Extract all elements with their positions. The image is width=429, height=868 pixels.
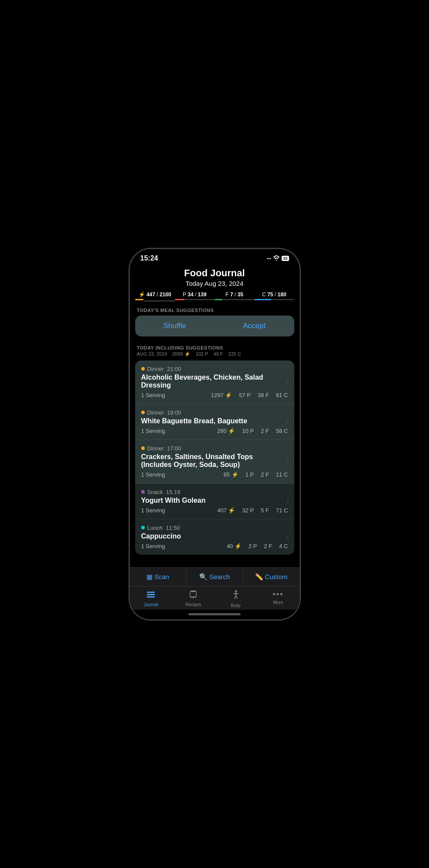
tab-body-label: Body [231, 603, 241, 608]
wifi-icon [273, 254, 280, 262]
table-row[interactable]: Dinner 19:00 White Baguette Bread, Bague… [135, 404, 294, 440]
status-icons: ▪▪ 22 [267, 254, 289, 262]
suggestions-section-label: TODAY'S MEAL SUGGESTIONS [130, 305, 300, 316]
summary-carbs: 225 C [228, 351, 241, 357]
meal-type-time: Snack 15:19 [147, 489, 180, 495]
tab-recipes[interactable]: Recipes [172, 590, 214, 608]
meal-macros: 1 Serving 65 ⚡ 1 P 2 F 11 C [141, 471, 288, 478]
scan-button[interactable]: ▦ Scan [130, 568, 187, 586]
custom-button[interactable]: ✏️ Custom [243, 568, 300, 586]
calories-stat: ⚡ 447 / 2100 [135, 292, 175, 302]
search-label: Search [209, 573, 230, 580]
meal-dot [141, 526, 145, 529]
chevron-right-icon: › [286, 418, 289, 425]
meal-dot [141, 411, 145, 414]
action-bar: ▦ Scan 🔍 Search ✏️ Custom [130, 567, 300, 586]
meal-macros: 1 Serving 407 ⚡ 32 P 5 F 71 C [141, 507, 288, 514]
meal-type-time: Dinner 19:00 [147, 409, 181, 416]
app-header: Food Journal Today Aug 23, 2024 [130, 264, 300, 292]
protein-stat: P 34 / 139 [175, 292, 214, 302]
scan-icon: ▦ [146, 573, 153, 581]
meal-dot [141, 367, 145, 371]
tab-journal[interactable]: Journal [130, 590, 172, 608]
chevron-right-icon: › [286, 457, 289, 465]
table-row[interactable]: Dinner 17:00 Crackers, Saltines, Unsalte… [135, 440, 294, 484]
meal-macros: 1 Serving 280 ⚡ 10 P 2 F 58 C [141, 428, 288, 434]
scroll-content[interactable]: Food Journal Today Aug 23, 2024 ⚡ 447 / … [130, 264, 300, 567]
chevron-right-icon: › [286, 497, 289, 505]
table-row[interactable]: Dinner 21:00 Alcoholic Beverages, Chicke… [135, 360, 294, 404]
meal-name: Yogurt With Golean [141, 497, 288, 504]
svg-point-0 [276, 260, 277, 261]
search-icon: 🔍 [199, 573, 208, 581]
today-summary-stats: AUG 23, 2024 2089 ⚡ 102 P 49 F 225 C [137, 351, 293, 357]
tab-recipes-label: Recipes [185, 602, 201, 607]
meal-name: White Baguette Bread, Baguette [141, 417, 288, 425]
svg-rect-2 [147, 594, 155, 595]
tab-journal-label: Journal [144, 602, 158, 607]
summary-fat: 49 F [214, 351, 223, 357]
tab-bar: Journal Recipes [130, 586, 300, 610]
meal-card: Dinner 21:00 Alcoholic Beverages, Chicke… [135, 360, 294, 555]
meal-name: Alcoholic Beverages, Chicken, Salad Dres… [141, 374, 288, 389]
table-row[interactable]: Lunch 11:50 Cappuccino 1 Serving 40 ⚡ 2 … [135, 519, 294, 555]
tab-more-label: More [273, 600, 283, 605]
app-title: Food Journal [137, 268, 293, 279]
svg-rect-3 [147, 596, 155, 597]
today-summary: TODAY INCLUDING SUGGESTIONS AUG 23, 2024… [130, 343, 300, 360]
scan-label: Scan [154, 573, 169, 580]
nutrition-stats: ⚡ 447 / 2100 P 34 / 139 F 7 / 35 [130, 292, 300, 302]
accept-button[interactable]: Accept [214, 316, 294, 336]
summary-date: AUG 23, 2024 [137, 351, 167, 357]
svg-line-10 [236, 596, 238, 598]
search-button[interactable]: 🔍 Search [187, 568, 243, 586]
home-bar [188, 613, 241, 615]
header-date: Today Aug 23, 2024 [137, 280, 293, 287]
chevron-right-icon: › [286, 533, 289, 541]
table-row[interactable]: Snack 15:19 Yogurt With Golean 1 Serving… [135, 484, 294, 519]
carbs-stat: C 75 / 180 [254, 292, 294, 302]
body-icon [232, 590, 240, 602]
meal-dot [141, 446, 145, 450]
svg-point-6 [235, 590, 237, 592]
svg-line-9 [234, 596, 236, 598]
summary-calories: 2089 ⚡ [172, 351, 191, 357]
meal-type-time: Dinner 21:00 [147, 366, 181, 372]
journal-icon [146, 590, 156, 601]
calories-bar-bg [143, 300, 175, 302]
suggestion-buttons-container: Shuffle Accept [135, 316, 294, 336]
meal-name: Crackers, Saltines, Unsalted Tops (Inclu… [141, 453, 288, 469]
status-bar: 15:24 ▪▪ 22 [130, 249, 300, 264]
tab-more[interactable]: ••• More [257, 590, 299, 608]
battery-icon: 22 [282, 256, 289, 261]
svg-rect-4 [190, 591, 197, 597]
custom-label: Custom [265, 573, 288, 580]
phone-screen: 15:24 ▪▪ 22 Food Journal Today Aug 23, 2… [130, 249, 300, 619]
status-time: 15:24 [140, 254, 158, 262]
today-summary-title: TODAY INCLUDING SUGGESTIONS [137, 345, 293, 350]
home-indicator [130, 610, 300, 619]
calories-bar [135, 299, 143, 300]
svg-rect-5 [191, 590, 195, 592]
meal-name: Cappuccino [141, 532, 288, 540]
meal-type-time: Dinner 17:00 [147, 445, 181, 452]
meal-dot [141, 490, 145, 494]
fat-stat: F 7 / 35 [214, 292, 254, 302]
chevron-right-icon: › [286, 378, 289, 386]
signal-icon: ▪▪ [267, 256, 272, 261]
shuffle-button[interactable]: Shuffle [135, 316, 215, 336]
phone-frame: 15:24 ▪▪ 22 Food Journal Today Aug 23, 2… [129, 248, 300, 620]
meal-type-time: Lunch 11:50 [147, 525, 180, 531]
meal-macros: 1 Serving 1297 ⚡ 57 P 38 F 81 C [141, 392, 288, 398]
tab-body[interactable]: Body [214, 590, 257, 608]
recipes-icon [188, 590, 198, 601]
custom-icon: ✏️ [255, 573, 263, 581]
summary-protein: 102 P [196, 351, 208, 357]
meal-macros: 1 Serving 40 ⚡ 2 P 2 F 4 C [141, 543, 288, 549]
calories-label: ⚡ 447 / 2100 [135, 292, 175, 298]
more-icon: ••• [272, 590, 283, 599]
svg-rect-1 [147, 591, 155, 593]
